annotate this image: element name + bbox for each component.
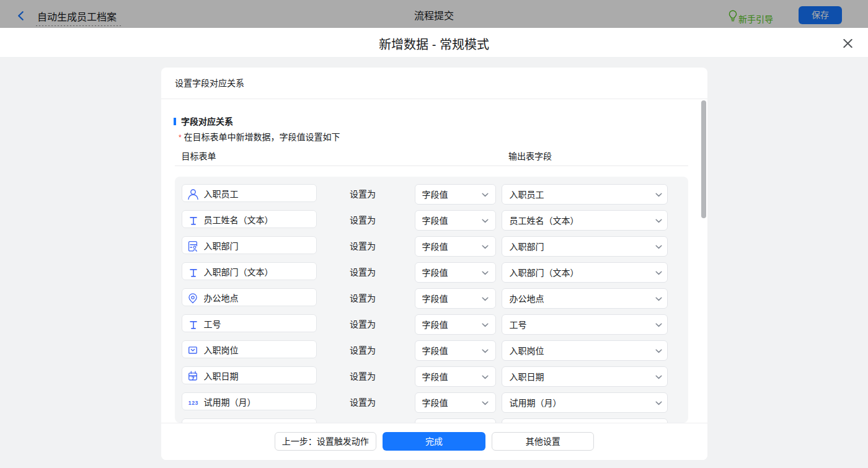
svg-text:123: 123 [188, 399, 198, 405]
